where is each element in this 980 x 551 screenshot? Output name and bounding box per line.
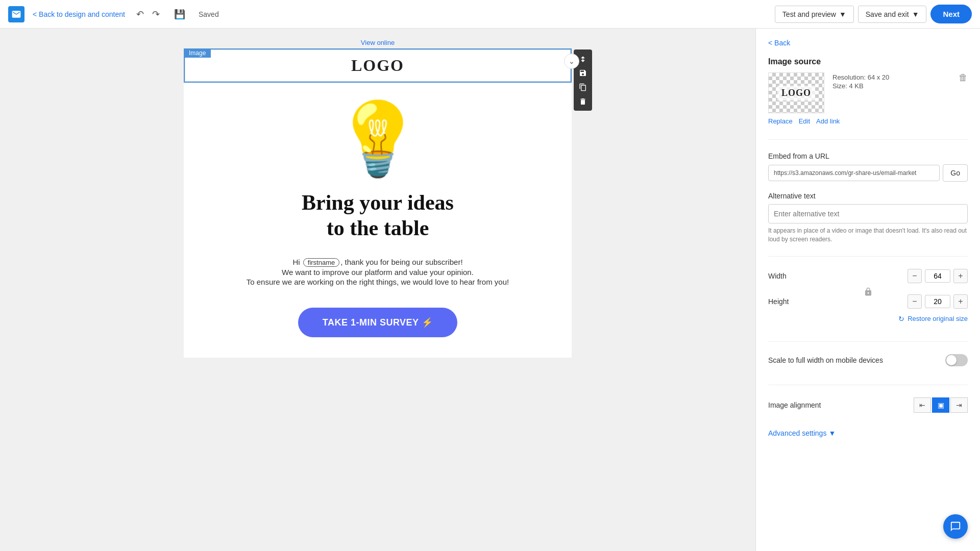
- top-nav: < Back to design and content ↶ ↷ 💾 Saved…: [0, 0, 980, 29]
- image-block[interactable]: Image LOGO: [184, 48, 572, 83]
- chevron-down-icon: ▼: [828, 429, 836, 437]
- image-block-label: Image: [184, 48, 211, 58]
- alignment-label: Image alignment: [768, 401, 821, 409]
- nav-left: < Back to design and content ↶ ↷ 💾 Saved: [8, 6, 219, 23]
- undo-redo-group: ↶ ↷: [133, 6, 163, 23]
- alignment-row: Image alignment ⇤ ▣ ⇥: [768, 397, 968, 413]
- embed-url-section: Embed from a URL Go: [768, 152, 968, 182]
- width-controls: − +: [908, 269, 968, 283]
- restore-icon: ↻: [898, 315, 904, 323]
- add-link-link[interactable]: Add link: [816, 117, 840, 125]
- go-button[interactable]: Go: [943, 164, 968, 182]
- app-logo: [8, 6, 24, 22]
- logo-preview-thumbnail: LOGO: [768, 72, 824, 113]
- firstname-tag: firstname: [303, 258, 339, 267]
- lightbulb-emoji: 💡: [333, 103, 423, 174]
- body-line-3: To ensure we are working on the right th…: [214, 278, 541, 286]
- url-row: Go: [768, 164, 968, 182]
- height-input[interactable]: [925, 295, 950, 308]
- align-right-button[interactable]: ⇥: [950, 397, 968, 413]
- cta-section: TAKE 1-MIN SURVEY ⚡: [184, 297, 572, 358]
- align-left-button[interactable]: ⇤: [914, 397, 931, 413]
- resolution-text: Resolution: 64 x 20: [832, 73, 889, 81]
- divider-2: [768, 256, 968, 257]
- save-exit-button[interactable]: Save and exit ▼: [858, 6, 927, 23]
- sidebar-panel: < Back Image source LOGO Resolution: 64 …: [755, 29, 980, 551]
- lightbulb-section: 💡: [184, 83, 572, 185]
- body-line-2: We want to improve our platform and valu…: [214, 268, 541, 277]
- scale-label: Scale to full width on mobile devices: [768, 356, 883, 364]
- lock-icon: [864, 287, 873, 296]
- dropdown-arrow-icon: ▼: [839, 10, 846, 18]
- view-online-link[interactable]: View online: [361, 39, 395, 46]
- alignment-buttons: ⇤ ▣ ⇥: [914, 397, 968, 413]
- image-source-section: Image source LOGO Resolution: 64 x 20 Si…: [768, 57, 968, 127]
- back-to-design-link[interactable]: < Back to design and content: [33, 10, 125, 18]
- copy-icon[interactable]: [576, 80, 590, 94]
- headline-line2: to the table: [214, 215, 541, 241]
- dimensions-section: Width − + Height − + ↻: [768, 269, 968, 329]
- image-actions: Replace Edit Add link: [768, 117, 968, 125]
- image-source-title: Image source: [768, 57, 968, 66]
- alt-text-title: Alternative text: [768, 192, 968, 200]
- headline-section: Bring your ideas to the table: [184, 185, 572, 252]
- width-input[interactable]: [925, 269, 950, 283]
- restore-link[interactable]: Restore original size: [908, 315, 968, 322]
- height-row: Height − +: [768, 294, 968, 309]
- email-container: ⌄ Image LOGO: [184, 48, 572, 358]
- size-text: Size: 4 KB: [832, 82, 889, 90]
- width-decrease-button[interactable]: −: [908, 269, 922, 283]
- restore-row: ↻ Restore original size: [768, 315, 968, 323]
- delete-icon[interactable]: [576, 94, 590, 109]
- body-line-1: Hi firstname, thank you for being our su…: [214, 258, 541, 267]
- save-image-icon[interactable]: [576, 66, 590, 80]
- redo-button[interactable]: ↷: [149, 6, 163, 23]
- divider-1: [768, 139, 968, 140]
- scale-toggle[interactable]: [945, 354, 968, 366]
- logo-text: LOGO: [351, 56, 404, 75]
- height-label: Height: [768, 297, 789, 306]
- logo-area: LOGO: [185, 49, 571, 82]
- height-increase-button[interactable]: +: [953, 294, 968, 309]
- test-preview-button[interactable]: Test and preview ▼: [775, 6, 854, 23]
- body-text-section: Hi firstname, thank you for being our su…: [184, 252, 572, 297]
- headline: Bring your ideas to the table: [214, 190, 541, 241]
- view-online-bar: View online: [184, 39, 572, 46]
- saved-status: Saved: [199, 10, 219, 18]
- align-center-button[interactable]: ▣: [932, 397, 949, 413]
- width-increase-button[interactable]: +: [953, 269, 968, 283]
- alt-text-input[interactable]: [768, 204, 968, 223]
- alt-text-section: Alternative text It appears in place of …: [768, 192, 968, 244]
- replace-link[interactable]: Replace: [768, 117, 793, 125]
- dropdown-arrow-icon-2: ▼: [912, 10, 919, 18]
- headline-line1: Bring your ideas: [214, 190, 541, 215]
- preview-area: View online ⌄ Image LOGO: [0, 29, 755, 551]
- height-decrease-button[interactable]: −: [908, 294, 922, 309]
- alt-text-hint: It appears in place of a video or image …: [768, 227, 968, 244]
- nav-right: Test and preview ▼ Save and exit ▼ Next: [775, 5, 972, 23]
- cta-button[interactable]: TAKE 1-MIN SURVEY ⚡: [298, 308, 458, 337]
- delete-image-button[interactable]: 🗑: [959, 72, 968, 83]
- edit-link[interactable]: Edit: [799, 117, 810, 125]
- width-label: Width: [768, 272, 787, 280]
- scale-toggle-row: Scale to full width on mobile devices: [768, 354, 968, 366]
- divider-4: [768, 385, 968, 385]
- embed-url-input[interactable]: [768, 165, 940, 181]
- width-row: Width − +: [768, 269, 968, 283]
- image-meta: Resolution: 64 x 20 Size: 4 KB: [832, 72, 889, 91]
- chat-bubble[interactable]: [943, 514, 968, 539]
- advanced-settings-link[interactable]: Advanced settings ▼: [768, 429, 968, 437]
- height-controls: − +: [908, 294, 968, 309]
- undo-button[interactable]: ↶: [133, 6, 147, 23]
- panel-back-link[interactable]: < Back: [768, 39, 968, 47]
- next-button[interactable]: Next: [930, 5, 972, 23]
- divider-3: [768, 341, 968, 342]
- save-icon: 💾: [171, 6, 188, 23]
- embed-url-title: Embed from a URL: [768, 152, 968, 160]
- image-source-card: LOGO Resolution: 64 x 20 Size: 4 KB 🗑: [768, 72, 968, 113]
- main-layout: View online ⌄ Image LOGO: [0, 29, 980, 551]
- collapse-button[interactable]: ⌄: [564, 54, 579, 69]
